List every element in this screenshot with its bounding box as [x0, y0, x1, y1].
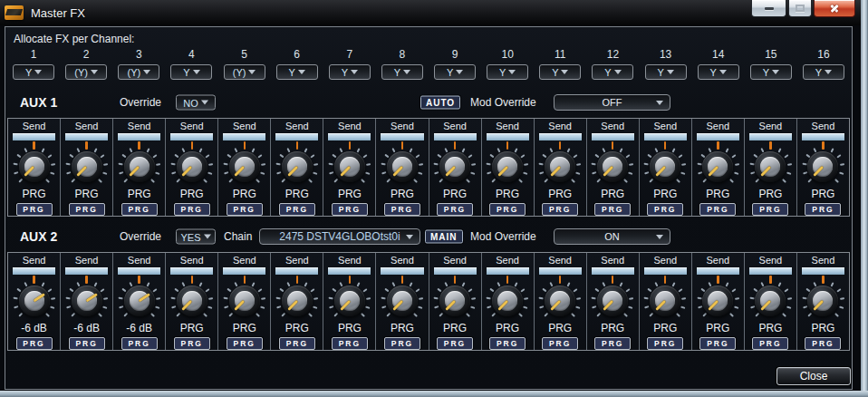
send-knob[interactable] [748, 276, 792, 321]
aux1-auto-button[interactable]: AUTO [420, 96, 460, 110]
send-knob[interactable] [65, 276, 109, 321]
channel-fx-dropdown[interactable]: Y [539, 64, 581, 80]
prg-button[interactable]: PRG [489, 203, 526, 216]
send-knob[interactable] [328, 276, 371, 321]
send-knob[interactable] [538, 276, 582, 321]
prg-button[interactable]: PRG [384, 203, 420, 216]
send-knob[interactable] [591, 276, 634, 321]
channel-fx-dropdown[interactable]: Y [698, 64, 739, 80]
send-level-bar[interactable] [64, 132, 109, 141]
send-knob[interactable] [433, 141, 477, 187]
prg-button[interactable]: PRG [121, 203, 158, 216]
maximize-button[interactable] [788, 0, 812, 17]
channel-fx-dropdown[interactable]: Y [381, 64, 423, 80]
send-knob[interactable] [748, 141, 792, 187]
prg-button[interactable]: PRG [805, 337, 841, 350]
prg-button[interactable]: PRG [752, 203, 788, 216]
prg-button[interactable]: PRG [752, 337, 788, 350]
send-knob[interactable] [643, 141, 687, 187]
channel-fx-dropdown[interactable]: Y [170, 64, 212, 80]
prg-button[interactable]: PRG [332, 203, 368, 216]
channel-fx-dropdown[interactable]: Y [487, 64, 528, 80]
channel-fx-dropdown[interactable]: Y [329, 64, 371, 80]
send-knob[interactable] [65, 141, 109, 187]
prg-button[interactable]: PRG [437, 337, 473, 350]
send-level-bar[interactable] [169, 266, 214, 276]
prg-button[interactable]: PRG [699, 203, 736, 216]
prg-button[interactable]: PRG [594, 203, 631, 216]
channel-fx-dropdown[interactable]: (Y) [118, 64, 159, 80]
send-level-bar[interactable] [275, 266, 319, 276]
send-knob[interactable] [486, 276, 529, 321]
prg-button[interactable]: PRG [69, 337, 105, 350]
send-knob[interactable] [223, 276, 266, 321]
send-level-bar[interactable] [538, 266, 583, 276]
send-level-bar[interactable] [486, 132, 530, 141]
send-level-bar[interactable] [538, 132, 583, 141]
send-level-bar[interactable] [12, 266, 56, 276]
aux2-chain-dropdown[interactable]: 2475 DSTV4GLOBOtst0i [259, 228, 420, 245]
prg-button[interactable]: PRG [699, 337, 736, 350]
send-level-bar[interactable] [696, 266, 740, 276]
prg-button[interactable]: PRG [647, 337, 683, 350]
prg-button[interactable]: PRG [227, 203, 263, 216]
send-knob[interactable] [433, 276, 477, 321]
prg-button[interactable]: PRG [279, 203, 315, 216]
prg-button[interactable]: PRG [489, 337, 526, 350]
prg-button[interactable]: PRG [69, 203, 105, 216]
send-level-bar[interactable] [380, 266, 424, 276]
prg-button[interactable]: PRG [437, 203, 473, 216]
channel-fx-dropdown[interactable]: Y [592, 64, 633, 80]
send-level-bar[interactable] [380, 132, 424, 141]
close-button[interactable]: Close [776, 367, 851, 385]
send-knob[interactable] [328, 141, 371, 187]
prg-button[interactable]: PRG [332, 337, 368, 350]
send-knob[interactable] [381, 276, 424, 321]
send-knob[interactable] [591, 141, 634, 187]
close-window-button[interactable] [814, 0, 855, 17]
channel-fx-dropdown[interactable]: Y [276, 64, 318, 80]
send-level-bar[interactable] [222, 266, 266, 276]
channel-fx-dropdown[interactable]: Y [803, 64, 844, 80]
send-knob[interactable] [801, 276, 844, 321]
send-level-bar[interactable] [486, 266, 530, 276]
send-level-bar[interactable] [433, 132, 477, 141]
send-level-bar[interactable] [327, 266, 371, 276]
window-titlebar[interactable]: Master FX [0, 0, 868, 25]
aux1-mod-override-dropdown[interactable]: OFF [554, 94, 670, 111]
aux2-main-button[interactable]: MAIN [425, 230, 463, 244]
prg-button[interactable]: PRG [542, 337, 578, 350]
send-knob[interactable] [275, 276, 319, 321]
channel-fx-dropdown[interactable]: Y [750, 64, 792, 80]
prg-button[interactable]: PRG [121, 337, 158, 350]
send-knob[interactable] [696, 141, 739, 187]
send-level-bar[interactable] [801, 132, 845, 141]
send-level-bar[interactable] [433, 266, 477, 276]
send-knob[interactable] [13, 276, 56, 321]
channel-fx-dropdown[interactable]: Y [434, 64, 476, 80]
send-knob[interactable] [118, 141, 161, 187]
aux1-override-dropdown[interactable]: NO [176, 95, 216, 111]
send-knob[interactable] [381, 141, 424, 187]
send-level-bar[interactable] [748, 132, 793, 141]
send-level-bar[interactable] [12, 132, 56, 141]
minimize-button[interactable] [751, 0, 786, 17]
send-knob[interactable] [118, 276, 161, 321]
channel-fx-dropdown[interactable]: (Y) [224, 64, 265, 80]
send-level-bar[interactable] [801, 266, 845, 276]
prg-button[interactable]: PRG [279, 337, 315, 350]
channel-fx-dropdown[interactable]: Y [13, 64, 54, 80]
send-knob[interactable] [486, 141, 529, 187]
send-level-bar[interactable] [591, 132, 635, 141]
aux2-mod-override-dropdown[interactable]: ON [554, 228, 670, 245]
send-level-bar[interactable] [748, 266, 793, 276]
prg-button[interactable]: PRG [542, 203, 578, 216]
prg-button[interactable]: PRG [647, 203, 683, 216]
prg-button[interactable]: PRG [174, 203, 210, 216]
send-knob[interactable] [223, 141, 266, 187]
send-level-bar[interactable] [643, 132, 688, 141]
send-level-bar[interactable] [696, 132, 740, 141]
send-knob[interactable] [696, 276, 739, 321]
prg-button[interactable]: PRG [805, 203, 841, 216]
send-level-bar[interactable] [117, 266, 161, 276]
